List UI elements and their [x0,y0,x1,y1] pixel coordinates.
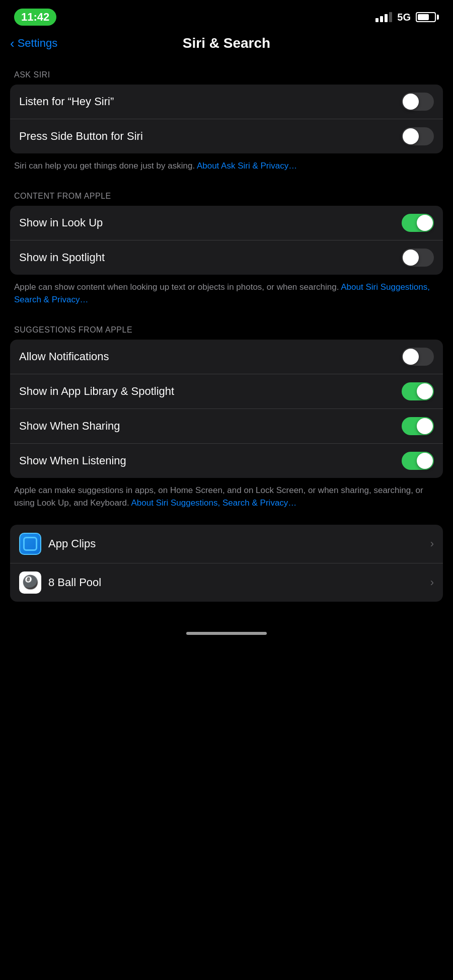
show-spotlight-label: Show in Spotlight [19,251,105,264]
signal-bar-4 [389,12,392,22]
section-suggestions-from-apple: SUGGESTIONS FROM APPLE Allow Notificatio… [0,321,453,520]
suggestions-from-apple-group: Allow Notifications Show in App Library … [10,340,443,478]
battery-indicator [416,12,439,22]
show-when-listening-label: Show When Listening [19,454,126,467]
show-when-sharing-toggle-thumb [417,418,433,434]
section-content-from-apple: CONTENT FROM APPLE Show in Look Up Show … [0,188,453,316]
status-bar: 11:42 5G [0,0,453,30]
ball-pool-chevron-icon: › [430,576,434,589]
section-ask-siri: ASK SIRI Listen for “Hey Siri” Press Sid… [0,66,453,183]
show-when-listening-toggle-thumb [417,453,433,469]
allow-notifications-toggle[interactable] [402,348,434,366]
show-lookup-label: Show in Look Up [19,216,103,229]
section-apps: App Clips › 🎱 8 Ball Pool › [0,525,453,602]
section-header-suggestions-apple: SUGGESTIONS FROM APPLE [0,321,453,340]
signal-bar-3 [385,14,388,22]
back-button[interactable]: ‹ Settings [10,37,57,50]
press-side-toggle-thumb [403,128,419,144]
back-chevron-icon: ‹ [10,37,15,50]
content-from-apple-group: Show in Look Up Show in Spotlight [10,206,443,275]
back-label: Settings [18,37,58,50]
hey-siri-toggle[interactable] [402,93,434,111]
show-app-library-label: Show in App Library & Spotlight [19,385,174,398]
show-app-library-toggle-thumb [417,383,433,399]
row-show-lookup[interactable]: Show in Look Up [10,206,443,240]
row-8-ball-pool[interactable]: 🎱 8 Ball Pool › [10,563,443,602]
app-clips-left: App Clips [19,533,96,555]
row-press-side[interactable]: Press Side Button for Siri [10,119,443,153]
show-spotlight-toggle-thumb [403,250,419,266]
row-app-clips[interactable]: App Clips › [10,525,443,563]
hey-siri-label: Listen for “Hey Siri” [19,95,114,108]
row-show-when-listening[interactable]: Show When Listening [10,444,443,478]
suggestions-apple-footer: Apple can make suggestions in apps, on H… [0,478,453,520]
home-indicator [0,622,453,645]
app-clips-chevron-icon: › [430,537,434,550]
row-allow-notifications[interactable]: Allow Notifications [10,340,443,374]
network-label: 5G [397,12,411,23]
section-header-content-apple: CONTENT FROM APPLE [0,188,453,206]
apps-group: App Clips › 🎱 8 Ball Pool › [10,525,443,602]
signal-bars [375,12,392,22]
show-lookup-toggle[interactable] [402,214,434,232]
allow-notifications-label: Allow Notifications [19,350,109,363]
press-side-toggle[interactable] [402,127,434,145]
suggestions-apple-privacy-link[interactable]: About Siri Suggestions, Search & Privacy… [131,498,297,508]
allow-notifications-toggle-thumb [403,349,419,365]
ball-pool-icon: 🎱 [19,571,41,594]
content-apple-footer: Apple can show content when looking up t… [0,275,453,316]
app-clips-inner-icon [23,537,37,551]
press-side-label: Press Side Button for Siri [19,130,143,143]
app-clips-icon [19,533,41,555]
row-show-when-sharing[interactable]: Show When Sharing [10,409,443,444]
settings-content: ASK SIRI Listen for “Hey Siri” Press Sid… [0,61,453,612]
status-time: 11:42 [14,9,56,26]
ball-pool-label: 8 Ball Pool [48,576,101,589]
show-spotlight-toggle[interactable] [402,249,434,267]
battery-body [416,12,436,22]
status-right: 5G [375,12,439,23]
home-bar [186,632,267,635]
row-hey-siri[interactable]: Listen for “Hey Siri” [10,85,443,119]
signal-bar-2 [380,16,383,22]
row-show-app-library[interactable]: Show in App Library & Spotlight [10,374,443,409]
battery-tip [437,15,439,20]
row-show-spotlight[interactable]: Show in Spotlight [10,240,443,275]
show-lookup-toggle-thumb [417,215,433,231]
section-header-ask-siri: ASK SIRI [0,66,453,85]
nav-bar: ‹ Settings Siri & Search [0,30,453,61]
show-when-sharing-toggle[interactable] [402,417,434,435]
battery-fill [418,14,429,20]
show-app-library-toggle[interactable] [402,382,434,400]
page-title: Siri & Search [183,35,270,51]
ask-siri-footer: Siri can help you get things done just b… [0,153,453,183]
hey-siri-toggle-thumb [403,94,419,110]
show-when-sharing-label: Show When Sharing [19,420,120,433]
ask-siri-privacy-link[interactable]: About Ask Siri & Privacy… [197,161,297,171]
ask-siri-group: Listen for “Hey Siri” Press Side Button … [10,85,443,153]
signal-bar-1 [375,18,379,22]
show-when-listening-toggle[interactable] [402,452,434,470]
app-clips-label: App Clips [48,537,96,550]
ball-pool-left: 🎱 8 Ball Pool [19,571,101,594]
